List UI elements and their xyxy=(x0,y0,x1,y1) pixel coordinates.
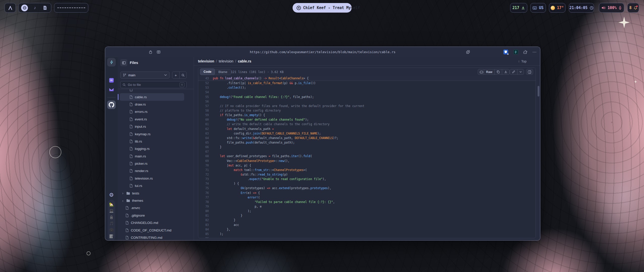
new-file-button[interactable]: + xyxy=(172,72,180,78)
tree-file-cable.rs[interactable]: cable.rs xyxy=(120,93,184,100)
raw-button[interactable]: Raw xyxy=(484,69,494,75)
code-line-sticky[interactable]: 43pub fn load_cable_channels() -> Result… xyxy=(198,76,536,81)
code-line[interactable]: 54 xyxy=(198,90,536,94)
code-line[interactable]: 61 // write the default cable channels t… xyxy=(198,122,536,126)
code-line[interactable]: 56 xyxy=(198,99,536,104)
workspace-emoji[interactable]: 🏡 xyxy=(109,202,113,206)
lightning-extension-icon[interactable] xyxy=(513,49,518,54)
code-line[interactable]: 85 ); xyxy=(198,232,536,236)
code-line[interactable]: 73 .expect("Unable to read configuration… xyxy=(198,177,536,181)
code-line[interactable]: 58 // platform to the config directory xyxy=(198,108,536,113)
taskbar-panel[interactable] xyxy=(54,3,88,13)
code-line[interactable]: 67 xyxy=(198,149,536,154)
code-line[interactable]: 77 error!( xyxy=(198,195,536,200)
workspace-emoji[interactable]: 🔒 xyxy=(109,215,113,219)
code-line[interactable]: 82 } xyxy=(198,218,536,222)
line-number[interactable]: 84 xyxy=(198,227,213,232)
tree-folder-themes[interactable]: ›themes xyxy=(120,197,184,204)
line-number[interactable]: 83 xyxy=(198,223,213,227)
line-number[interactable]: 61 xyxy=(198,122,213,126)
code-line[interactable]: 80 ); xyxy=(198,209,536,213)
code-line[interactable]: 65 file_paths.push(default_channels_path… xyxy=(198,140,536,145)
tree-file-main.rs[interactable]: main.rs xyxy=(120,153,184,160)
pinned-tab-mail[interactable] xyxy=(107,86,116,93)
code-line[interactable]: 66 } xyxy=(198,145,536,149)
tree-file-keymap.rs[interactable]: keymap.rs xyxy=(120,130,184,138)
line-number[interactable]: 79 xyxy=(198,204,213,209)
code-line[interactable]: 55 debug!("Found cable channel files: {:… xyxy=(198,95,536,99)
workspace-emoji[interactable]: 💼 xyxy=(109,228,113,231)
line-number[interactable]: 64 xyxy=(198,136,213,140)
updates-widget[interactable]: 217 xyxy=(510,3,527,13)
tree-file-input.rs[interactable]: input.rs xyxy=(120,123,184,130)
workspace-browser[interactable] xyxy=(20,5,29,11)
line-number[interactable]: 70 xyxy=(198,163,213,168)
line-number[interactable]: 81 xyxy=(198,213,213,218)
code-line[interactable]: 62 let default_channels_path = xyxy=(198,127,536,131)
tree-file-television.rs[interactable]: television.rs xyxy=(120,175,184,182)
tree-file-render.rs[interactable]: render.rs xyxy=(120,167,184,175)
code-line[interactable]: 70 |mut acc, p| { xyxy=(198,163,536,168)
site-settings-icon[interactable] xyxy=(156,49,161,54)
symbols-panel-button[interactable] xyxy=(526,69,533,75)
tree-file-.gitignore[interactable]: .gitignore xyxy=(120,212,184,219)
tree-file-errors.rs[interactable]: errors.rs xyxy=(120,108,184,115)
media-widget[interactable]: Chief Keef - Treat Myself xyxy=(293,3,352,13)
code-line[interactable]: 63 config_dir.join(DEFAULT_CABLE_CHANNEL… xyxy=(198,131,536,136)
tree-file-partial[interactable] xyxy=(120,89,184,93)
line-number[interactable]: 52 xyxy=(198,81,213,85)
line-number[interactable]: 62 xyxy=(198,127,213,131)
copy-raw-icon[interactable] xyxy=(494,69,502,75)
tree-file-event.rs[interactable]: event.rs xyxy=(120,116,184,123)
active-tab-github[interactable] xyxy=(107,100,116,109)
line-number[interactable]: 56 xyxy=(198,99,213,104)
tree-file-.envrc[interactable]: .envrc xyxy=(120,204,184,212)
line-number[interactable]: 59 xyxy=(198,113,213,117)
workspace-music[interactable]: ♪ xyxy=(31,6,39,10)
extensions-puzzle-icon[interactable] xyxy=(523,49,528,54)
line-number[interactable]: 75 xyxy=(198,186,213,190)
keyboard-layout-widget[interactable]: US xyxy=(530,3,546,13)
line-number[interactable]: 72 xyxy=(198,172,213,177)
line-number[interactable]: 69 xyxy=(198,159,213,163)
line-number[interactable]: 57 xyxy=(198,104,213,108)
line-number[interactable]: 74 xyxy=(198,181,213,186)
code-line[interactable]: 81 } xyxy=(198,213,536,218)
line-number[interactable]: 66 xyxy=(198,145,213,149)
line-number[interactable]: 73 xyxy=(198,177,213,181)
workspace-documents[interactable] xyxy=(41,6,49,10)
breadcrumb-dir[interactable]: television xyxy=(219,59,233,63)
tree-folder-tests[interactable]: ›tests xyxy=(120,189,184,197)
tree-file-CHANGELOG.md[interactable]: CHANGELOG.md xyxy=(120,219,184,226)
code-line[interactable]: 83 acc xyxy=(198,223,536,227)
collapse-sidebar-icon[interactable] xyxy=(120,59,127,66)
tree-file-CONTRIBUTING.md[interactable]: CONTRIBUTING.md xyxy=(120,234,184,240)
line-number[interactable]: 65 xyxy=(198,140,213,145)
breadcrumb-repo[interactable]: television xyxy=(198,59,214,63)
download-raw-icon[interactable] xyxy=(502,69,509,75)
code-line[interactable]: 64 std::fs::write(&default_channels_path… xyxy=(198,136,536,140)
code-line[interactable]: 76 Err(e) => { xyxy=(198,191,536,195)
code-line[interactable]: 72 &std::fs::read_to_string(p) xyxy=(198,172,536,177)
line-number[interactable]: 53 xyxy=(198,85,213,90)
line-number[interactable]: 54 xyxy=(198,90,213,94)
url-bar[interactable]: https://github.com/alexpasmantier/televi… xyxy=(188,47,457,57)
code-line[interactable]: 59 if file_paths.is_empty() { xyxy=(198,113,536,117)
line-number[interactable]: 85 xyxy=(198,232,213,236)
line-number[interactable]: 76 xyxy=(198,191,213,195)
tab-code[interactable]: Code xyxy=(200,69,215,75)
notifications-widget[interactable]: 8 xyxy=(627,3,639,13)
tree-file-lib.rs[interactable]: lib.rs xyxy=(120,138,184,145)
page-scrollbar-thumb[interactable] xyxy=(538,86,539,96)
tree-file-CODE_OF_CONDUCT.md[interactable]: CODE_OF_CONDUCT.md xyxy=(120,226,184,234)
line-number[interactable]: 77 xyxy=(198,195,213,200)
lock-icon[interactable] xyxy=(148,49,153,54)
line-number[interactable]: 71 xyxy=(198,168,213,172)
tab-blame[interactable]: Blame xyxy=(215,70,231,74)
bitwarden-extension-icon[interactable] xyxy=(503,49,508,54)
clock-widget[interactable]: 21:04:05 xyxy=(569,3,594,13)
code-line[interactable]: 79 p, e xyxy=(198,204,536,209)
tree-file-logging.rs[interactable]: logging.rs xyxy=(120,145,184,152)
line-number[interactable]: 68 xyxy=(198,154,213,158)
workspace-emoji[interactable]: 🎵 xyxy=(109,222,113,225)
